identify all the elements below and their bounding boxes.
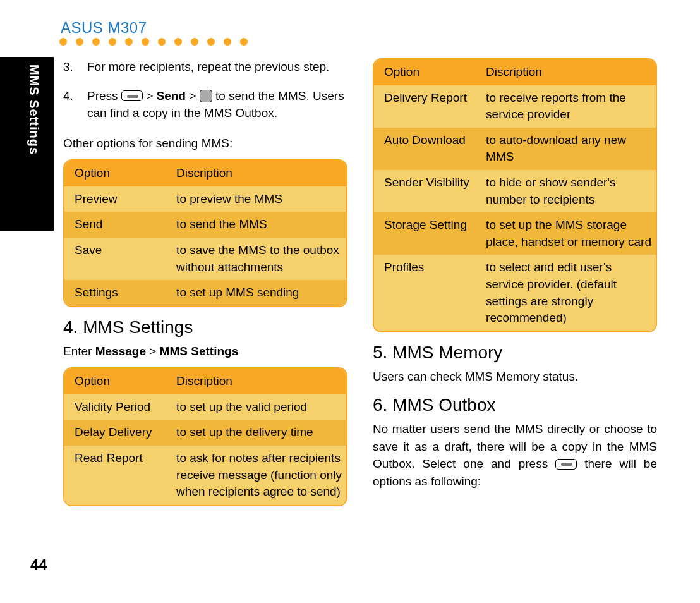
table-row: Delay Deliveryto set up the delivery tim… [64,420,346,446]
table-row: Settingsto set up MMS sending [64,280,346,306]
cell: Auto Download [384,132,486,166]
cell: Delivery Report [384,90,486,123]
cell: to set up the delivery time [176,424,342,441]
cell: Validity Period [75,399,176,416]
bold: MMS Settings [160,344,239,358]
cell: to auto-download any new MMS [486,132,652,166]
table-row: Saveto save the MMS to the outbox withou… [64,238,346,280]
table-row: Storage Settingto set up the MMS storage… [374,212,656,255]
table-row: Delivery Reportto receive reports from t… [374,85,656,128]
cell: Save [75,242,176,276]
step-number: 3. [63,58,87,76]
col-header: Discription [486,64,652,81]
table-header: Option Discription [64,161,346,186]
col-header: Option [75,373,176,390]
table-row: Profilesto select and edit user's servic… [374,255,656,331]
table-row: Auto Downloadto auto-download any new MM… [374,128,656,170]
table-row: Sender Visibilityto hide or show sender'… [374,170,656,212]
left-column: 3. For more recipients, repeat the previ… [63,58,347,510]
table-mms-settings-2: Option Discription Delivery Reportto rec… [373,58,657,332]
soft-key-icon [555,459,577,470]
cell: Sender Visibility [384,174,486,208]
cell: to set up the valid period [176,399,342,416]
header-model: ASUS M307 [61,19,147,37]
cell: to ask for notes after recipients receiv… [176,450,342,501]
section-5-title: 5. MMS Memory [373,343,657,363]
cell: to hide or show sender's number to recip… [486,174,652,208]
cell: Storage Setting [384,217,486,250]
cell: Profiles [384,259,486,326]
col-header: Option [384,64,486,81]
side-tab-label: MMS Settings [27,64,41,155]
table-row: Read Reportto ask for notes after recipi… [64,446,346,505]
step-text: For more recipients, repeat the previous… [87,58,347,76]
table-header: Option Discription [374,59,656,85]
col-header: Discription [176,165,342,182]
step-4: 4. Press > Send > to send the MMS. Users… [63,87,347,122]
ok-key-icon [200,90,212,102]
text: Press [87,89,121,102]
table-row: Sendto send the MMS [64,212,346,238]
col-header: Discription [176,373,342,390]
step-text: Press > Send > to send the MMS. Users ca… [87,87,347,122]
table-row: Previewto preview the MMS [64,186,346,212]
bold: Message [95,344,146,358]
cell: Preview [75,191,176,208]
cell: Send [75,216,176,233]
cell: to preview the MMS [176,191,342,208]
table-mms-settings-1: Option Discription Validity Periodto set… [63,367,347,506]
right-column: Option Discription Delivery Reportto rec… [373,58,657,510]
section-4-enter: Enter Message > MMS Settings [63,343,347,360]
cell: to select and edit user's service provid… [486,259,652,326]
section-4-title: 4. MMS Settings [63,317,347,338]
section-5-body: Users can check MMS Memory status. [373,368,657,386]
text: > [143,89,157,102]
decorative-dots [59,38,248,46]
cell: to set up the MMS storage place, handset… [486,217,652,250]
page-number: 44 [30,556,47,574]
cell: to save the MMS to the outbox without at… [176,242,342,276]
step-number: 4. [63,87,87,122]
soft-key-icon [121,90,143,101]
cell: Settings [75,284,176,302]
step-3: 3. For more recipients, repeat the previ… [63,58,347,76]
cell: Read Report [75,450,176,501]
table-send-options: Option Discription Previewto preview the… [63,159,347,307]
text: > [146,344,160,358]
table-header: Option Discription [64,368,346,394]
col-header: Option [75,165,176,182]
other-options-label: Other options for sending MMS: [63,135,347,152]
side-tab: MMS Settings [0,57,54,231]
text: > [186,89,200,102]
section-6-body: No matter users send the MMS directly or… [373,420,657,490]
table-row: Validity Periodto set up the valid perio… [64,394,346,420]
section-6-title: 6. MMS Outbox [373,395,657,415]
cell: to send the MMS [176,216,342,233]
cell: Delay Delivery [75,424,176,441]
send-label: Send [157,89,186,102]
cell: to set up MMS sending [176,284,342,302]
cell: to receive reports from the service prov… [486,90,652,123]
text: Enter [63,344,95,358]
